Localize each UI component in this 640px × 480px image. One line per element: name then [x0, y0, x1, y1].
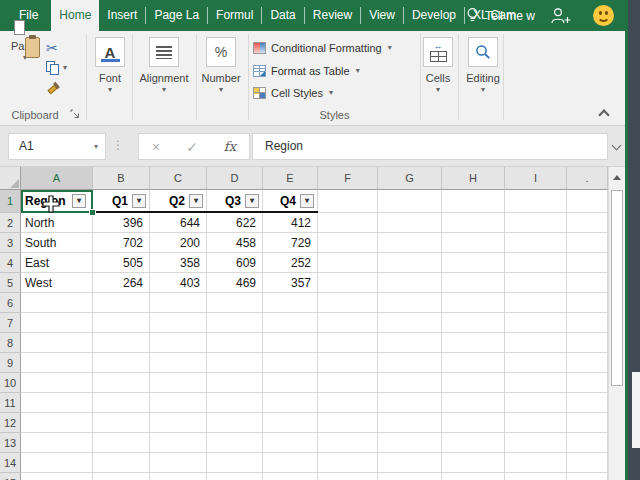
cell-G5[interactable]: [378, 273, 442, 293]
column-header-G[interactable]: G: [378, 167, 442, 190]
cell-E9[interactable]: [263, 353, 318, 373]
cell-C4[interactable]: 358: [150, 253, 207, 273]
cell-E1[interactable]: Q4▾: [263, 190, 318, 213]
cell-E8[interactable]: [263, 333, 318, 353]
row-header-5[interactable]: 5: [0, 273, 21, 293]
cell-A4[interactable]: East: [21, 253, 93, 273]
cell-.2[interactable]: [567, 213, 608, 233]
cut-button[interactable]: ✂: [46, 39, 74, 56]
copy-button[interactable]: ▾: [46, 59, 80, 76]
cell-E2[interactable]: 412: [263, 213, 318, 233]
cell-B11[interactable]: [93, 393, 150, 413]
font-group-button[interactable]: A Font ▾: [82, 37, 138, 94]
cell-B9[interactable]: [93, 353, 150, 373]
tab-develop[interactable]: Develop: [404, 0, 464, 31]
cell-F3[interactable]: [318, 233, 378, 253]
column-header-partial[interactable]: .: [567, 167, 608, 190]
cell-I1[interactable]: [505, 190, 567, 213]
cell-I6[interactable]: [505, 293, 567, 313]
cell-.4[interactable]: [567, 253, 608, 273]
cell-F5[interactable]: [318, 273, 378, 293]
cell-D4[interactable]: 609: [207, 253, 263, 273]
cell-I3[interactable]: [505, 233, 567, 253]
cell-C14[interactable]: [150, 453, 207, 473]
tab-data[interactable]: Data: [262, 0, 303, 31]
row-header-1[interactable]: 1: [0, 190, 21, 213]
cell-H15[interactable]: [442, 473, 505, 480]
cell-H10[interactable]: [442, 373, 505, 393]
cell-A7[interactable]: [21, 313, 93, 333]
cell-G2[interactable]: [378, 213, 442, 233]
column-header-E[interactable]: E: [263, 167, 318, 190]
tab-insert[interactable]: Insert: [99, 0, 145, 31]
column-header-H[interactable]: H: [442, 167, 505, 190]
feedback-smiley-icon[interactable]: [593, 5, 614, 26]
column-header-C[interactable]: C: [150, 167, 207, 190]
row-header-7[interactable]: 7: [0, 313, 21, 333]
cell-H13[interactable]: [442, 433, 505, 453]
cell-A14[interactable]: [21, 453, 93, 473]
cell-A3[interactable]: South: [21, 233, 93, 253]
cell-G13[interactable]: [378, 433, 442, 453]
cell-E7[interactable]: [263, 313, 318, 333]
cell-B3[interactable]: 702: [93, 233, 150, 253]
row-header-13[interactable]: 13: [0, 433, 21, 453]
cell-I13[interactable]: [505, 433, 567, 453]
sign-in-icon[interactable]: [550, 7, 571, 25]
row-header-9[interactable]: 9: [0, 353, 21, 373]
cell-A9[interactable]: [21, 353, 93, 373]
cell-I11[interactable]: [505, 393, 567, 413]
cell-A2[interactable]: North: [21, 213, 93, 233]
cell-.8[interactable]: [567, 333, 608, 353]
cell-C10[interactable]: [150, 373, 207, 393]
cell-D9[interactable]: [207, 353, 263, 373]
cell-.6[interactable]: [567, 293, 608, 313]
cell-H2[interactable]: [442, 213, 505, 233]
cell-F2[interactable]: [318, 213, 378, 233]
cell-G14[interactable]: [378, 453, 442, 473]
cell-C8[interactable]: [150, 333, 207, 353]
number-group-button[interactable]: % Number ▾: [193, 37, 249, 94]
cell-C3[interactable]: 200: [150, 233, 207, 253]
cell-D6[interactable]: [207, 293, 263, 313]
cell-F10[interactable]: [318, 373, 378, 393]
tab-file[interactable]: File: [6, 0, 51, 31]
cell-C15[interactable]: [150, 473, 207, 480]
cell-G3[interactable]: [378, 233, 442, 253]
formula-bar-expand-button[interactable]: [609, 133, 625, 160]
cell-C1[interactable]: Q2▾: [150, 190, 207, 213]
enter-icon[interactable]: ✓: [186, 139, 198, 155]
paste-button[interactable]: Paste ▾: [6, 35, 44, 105]
cell-A6[interactable]: [21, 293, 93, 313]
cell-F13[interactable]: [318, 433, 378, 453]
name-box-dropdown-icon[interactable]: ▾: [94, 134, 98, 159]
cell-I8[interactable]: [505, 333, 567, 353]
cell-D1[interactable]: Q3▾: [207, 190, 263, 213]
cell-B7[interactable]: [93, 313, 150, 333]
cell-D12[interactable]: [207, 413, 263, 433]
cell-I12[interactable]: [505, 413, 567, 433]
cell-F1[interactable]: [318, 190, 378, 213]
cell-I4[interactable]: [505, 253, 567, 273]
cell-G8[interactable]: [378, 333, 442, 353]
cell-G4[interactable]: [378, 253, 442, 273]
cell-C13[interactable]: [150, 433, 207, 453]
cell-E4[interactable]: 252: [263, 253, 318, 273]
cell-C11[interactable]: [150, 393, 207, 413]
cell-D11[interactable]: [207, 393, 263, 413]
cell-.13[interactable]: [567, 433, 608, 453]
cell-F15[interactable]: [318, 473, 378, 480]
cell-E12[interactable]: [263, 413, 318, 433]
tab-page-la[interactable]: Page La: [146, 0, 207, 31]
cell-D2[interactable]: 622: [207, 213, 263, 233]
cancel-icon[interactable]: ×: [152, 139, 160, 155]
cell-E5[interactable]: 357: [263, 273, 318, 293]
column-header-I[interactable]: I: [505, 167, 567, 190]
select-all-corner[interactable]: [0, 167, 21, 190]
column-header-D[interactable]: D: [207, 167, 263, 190]
conditional-formatting-button[interactable]: Conditional Formatting ▾: [253, 39, 392, 56]
cell-B4[interactable]: 505: [93, 253, 150, 273]
cell-E13[interactable]: [263, 433, 318, 453]
cell-A13[interactable]: [21, 433, 93, 453]
cell-B14[interactable]: [93, 453, 150, 473]
